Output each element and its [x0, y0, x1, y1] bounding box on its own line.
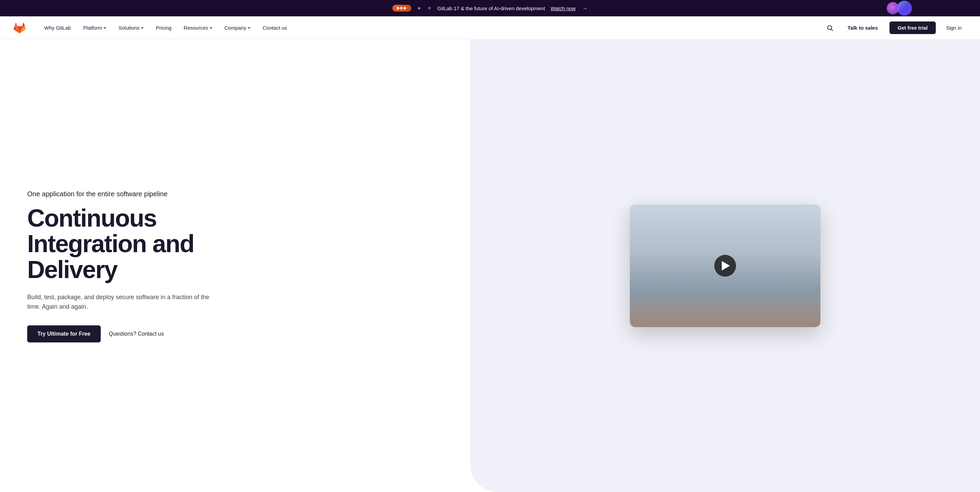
- orb-indigo: [897, 1, 912, 16]
- video-play-button[interactable]: [714, 255, 736, 277]
- banner-orbs: [887, 1, 912, 16]
- search-icon: [827, 24, 833, 31]
- svg-line-1: [831, 29, 833, 31]
- hero-content-left: One application for the entire software …: [0, 40, 245, 492]
- play-icon: [722, 261, 730, 270]
- nav-label-company: Company: [224, 25, 247, 31]
- video-image: [630, 204, 821, 327]
- nav-item-solutions[interactable]: Solutions: [114, 22, 148, 34]
- navbar: Why GitLab Platform Solutions Pricing Re…: [0, 16, 980, 40]
- nav-label-platform: Platform: [83, 25, 102, 31]
- gitlab-logo[interactable]: [14, 22, 26, 34]
- nav-item-platform[interactable]: Platform: [78, 22, 111, 34]
- talk-to-sales-button[interactable]: Talk to sales: [842, 22, 884, 34]
- nav-label-solutions: Solutions: [118, 25, 140, 31]
- platform-chevron-icon: [103, 27, 106, 29]
- hero-title: Continuous Integration and Delivery: [27, 206, 218, 283]
- announcement-banner: ✦ + GitLab 17 & the future of AI-driven …: [0, 0, 980, 16]
- banner-text: GitLab 17 & the future of AI-driven deve…: [437, 5, 545, 11]
- nav-item-company[interactable]: Company: [220, 22, 255, 34]
- hero-description: Build, test, package, and deploy secure …: [27, 292, 211, 312]
- nav-item-resources[interactable]: Resources: [179, 22, 217, 34]
- hero-cta-group: Try Ultimate for Free Questions? Contact…: [27, 325, 218, 342]
- search-button[interactable]: [824, 22, 836, 34]
- watch-now-link[interactable]: Watch now: [550, 5, 576, 11]
- nav-label-contact: Contact us: [263, 25, 287, 31]
- try-ultimate-free-button[interactable]: Try Ultimate for Free: [27, 325, 101, 342]
- solutions-chevron-icon: [141, 27, 143, 29]
- nav-item-contact[interactable]: Contact us: [258, 22, 292, 34]
- nav-label-resources: Resources: [184, 25, 208, 31]
- nav-label-why-gitlab: Why GitLab: [44, 25, 71, 31]
- hero-section: One application for the entire software …: [0, 40, 980, 492]
- resources-chevron-icon: [210, 27, 212, 29]
- nav-label-pricing: Pricing: [156, 25, 172, 31]
- nav-items: Why GitLab Platform Solutions Pricing Re…: [40, 22, 824, 34]
- hero-subtitle: One application for the entire software …: [27, 189, 218, 199]
- company-chevron-icon: [248, 27, 250, 29]
- nav-actions: Talk to sales Get free trial Sign in: [824, 21, 966, 34]
- contact-us-link[interactable]: Questions? Contact us: [109, 331, 164, 337]
- banner-plus-icon: +: [427, 5, 431, 12]
- play-triangles-icon: [397, 6, 407, 10]
- sign-in-button[interactable]: Sign in: [941, 22, 966, 34]
- hero-title-text: Continuous Integration and Delivery: [27, 204, 194, 283]
- banner-star-icon: ✦: [417, 5, 421, 11]
- orb-purple: [887, 2, 899, 14]
- banner-play-button[interactable]: [392, 5, 411, 11]
- nav-item-pricing[interactable]: Pricing: [151, 22, 176, 34]
- banner-arrow-icon: →: [582, 5, 588, 11]
- nav-item-why-gitlab[interactable]: Why GitLab: [40, 22, 76, 34]
- hero-image-area: [470, 40, 980, 492]
- get-free-trial-button[interactable]: Get free trial: [889, 21, 936, 34]
- video-thumbnail[interactable]: [630, 204, 821, 327]
